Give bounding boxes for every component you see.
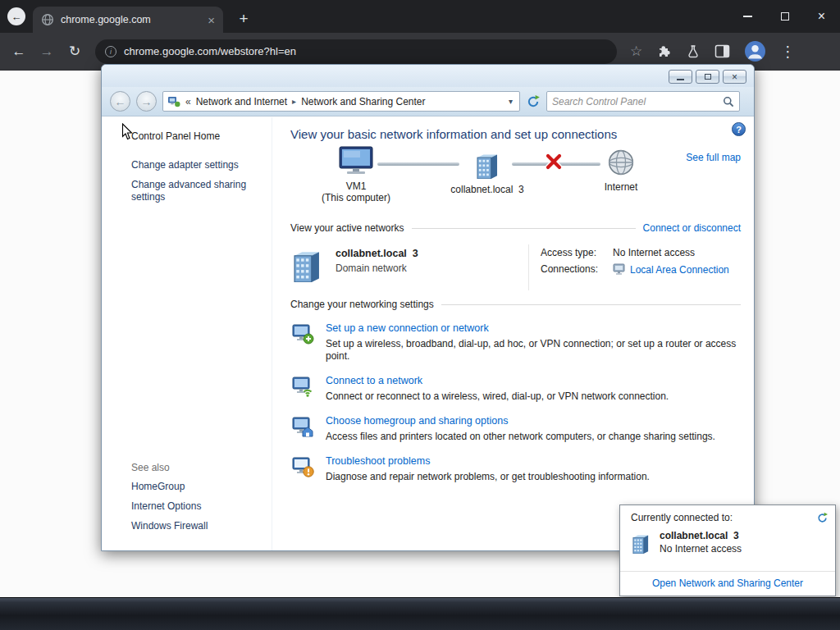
homegroup-options-link[interactable]: Choose homegroup and sharing options: [326, 415, 740, 427]
access-type-value: No Internet access: [613, 247, 741, 258]
maximize-icon: [781, 12, 789, 21]
window-minimize-button[interactable]: [669, 70, 692, 84]
breadcrumb-network-and-internet[interactable]: Network and Internet: [196, 96, 287, 107]
sidebar-item-change-advanced-sharing[interactable]: Change advanced sharing settings: [131, 179, 256, 203]
help-button[interactable]: ?: [732, 122, 746, 136]
breadcrumb-chevrons-icon: «: [185, 96, 191, 107]
window-close-button[interactable]: ×: [723, 70, 746, 84]
bookmark-star-icon[interactable]: ☆: [630, 43, 642, 60]
no-connection-x-icon: [545, 153, 563, 171]
setting-item-connect: Connect to a network Connect or reconnec…: [290, 375, 741, 403]
taskbar: e: [0, 597, 840, 630]
map-network-name[interactable]: collabnet.local 3: [430, 184, 545, 195]
nav-forward-button[interactable]: →: [136, 91, 157, 112]
new-tab-button[interactable]: +: [233, 8, 254, 30]
sidebar-item-change-adapter-settings[interactable]: Change adapter settings: [131, 159, 256, 171]
labs-flask-icon[interactable]: [686, 44, 701, 59]
page-title: View your basic network information and …: [290, 127, 741, 142]
domain-building-icon: [290, 244, 323, 282]
browser-minimize-button[interactable]: [729, 0, 766, 33]
troubleshoot-icon: [292, 455, 314, 477]
maximize-icon: [705, 74, 711, 80]
active-network-type: Domain network: [336, 262, 418, 274]
search-input[interactable]: [552, 96, 718, 107]
window-caption: ×: [102, 65, 754, 87]
network-building-icon: [474, 148, 500, 179]
see-also-label: See also: [131, 462, 256, 473]
profile-avatar[interactable]: [744, 40, 766, 62]
setting-item-troubleshoot: Troubleshoot problems Diagnose and repai…: [290, 455, 741, 483]
homegroup-options-desc: Access files and printers located on oth…: [326, 431, 740, 443]
tab-close-icon[interactable]: ×: [208, 14, 215, 26]
browser-reload-button[interactable]: ↻: [61, 38, 89, 66]
map-internet-label[interactable]: Internet: [588, 181, 654, 193]
extensions-puzzle-icon[interactable]: [656, 43, 672, 59]
computer-icon: [337, 145, 375, 176]
access-type-label: Access type:: [541, 247, 613, 258]
network-center-main: ? View your basic network information an…: [272, 117, 754, 550]
divider: [412, 228, 636, 229]
sidebar-item-control-panel-home[interactable]: Control Panel Home: [131, 130, 263, 142]
flyout-network-status: No Internet access: [660, 543, 742, 555]
browser-titlebar: ← chrome.google.com × + ×: [0, 0, 840, 33]
troubleshoot-problems-link[interactable]: Troubleshoot problems: [326, 455, 740, 467]
setting-item-new-connection: Set up a new connection or network Set u…: [290, 322, 741, 363]
flyout-building-icon: [631, 531, 651, 554]
nav-back-button[interactable]: ←: [110, 91, 130, 112]
browser-tab[interactable]: chrome.google.com ×: [33, 7, 223, 33]
sidebar-item-internet-options[interactable]: Internet Options: [131, 500, 256, 513]
lan-adapter-icon: [613, 263, 626, 276]
browser-back-button[interactable]: ←: [5, 38, 33, 66]
setup-new-connection-desc: Set up a wireless, broadband, dial-up, a…: [326, 338, 740, 363]
control-panel-sidebar: Control Panel Home Change adapter settin…: [102, 117, 272, 550]
local-area-connection-link[interactable]: Local Area Connection: [630, 264, 729, 276]
search-magnifier-icon[interactable]: [723, 96, 734, 107]
troubleshoot-problems-desc: Diagnose and repair network problems, or…: [326, 471, 740, 483]
currently-connected-label: Currently connected to:: [631, 512, 733, 523]
address-breadcrumb-bar[interactable]: « Network and Internet ▸ Network and Sha…: [162, 91, 520, 112]
browser-menu-icon[interactable]: ⋮: [780, 43, 795, 61]
tab-favicon-globe-icon: [41, 13, 54, 26]
setup-new-connection-link[interactable]: Set up a new connection or network: [326, 322, 740, 334]
network-sharing-center-window: × ← → « Network and Internet ▸ Network a…: [101, 64, 755, 551]
active-network-name: collabnet.local 3: [336, 248, 418, 259]
flyout-refresh-icon[interactable]: [816, 512, 829, 524]
window-maximize-button[interactable]: [696, 70, 719, 84]
map-computer-name[interactable]: VM1: [346, 180, 367, 192]
active-network-row: collabnet.local 3 Domain network Access …: [290, 244, 741, 290]
flyout-network-name: collabnet.local 3: [660, 530, 742, 541]
tab-title: chrome.google.com: [61, 14, 201, 25]
minimize-icon: [743, 16, 752, 17]
open-network-sharing-center-link[interactable]: Open Network and Sharing Center: [652, 578, 803, 589]
sidebar-item-windows-firewall[interactable]: Windows Firewall: [131, 520, 256, 532]
flyout-network-item[interactable]: collabnet.local 3 No Internet access: [620, 524, 835, 555]
browser-forward-button[interactable]: →: [33, 38, 61, 66]
address-dropdown-icon[interactable]: ▾: [506, 97, 515, 106]
network-flyout: Currently connected to: collabnet: [619, 504, 836, 596]
browser-maximize-button[interactable]: [766, 0, 803, 33]
see-full-map-link[interactable]: See full map: [686, 152, 741, 163]
address-omnibox[interactable]: i chrome.google.com/webstore?hl=en: [95, 39, 617, 64]
connect-to-network-link[interactable]: Connect to a network: [326, 375, 740, 386]
homegroup-icon: [292, 415, 314, 437]
browser-close-button[interactable]: ×: [803, 0, 840, 33]
map-computer-sub: (This computer): [322, 192, 390, 203]
sidebar-item-homegroup[interactable]: HomeGroup: [131, 481, 256, 493]
breadcrumb-network-sharing-center[interactable]: Network and Sharing Center: [301, 96, 425, 107]
side-panel-icon[interactable]: [714, 44, 730, 58]
network-map: VM1 (This computer): [290, 145, 741, 214]
connections-label: Connections:: [541, 263, 613, 276]
site-info-icon[interactable]: i: [105, 46, 116, 57]
back-circle-icon[interactable]: ←: [7, 7, 25, 25]
internet-globe-icon: [607, 148, 635, 176]
network-center-icon: [167, 95, 180, 107]
networking-settings-header: Change your networking settings: [290, 299, 434, 310]
refresh-button[interactable]: [526, 94, 541, 109]
connect-to-network-desc: Connect or reconnect to a wireless, wire…: [326, 390, 740, 403]
breadcrumb-separator-icon: ▸: [292, 97, 296, 106]
connect-or-disconnect-link[interactable]: Connect or disconnect: [643, 222, 741, 234]
search-box[interactable]: [546, 91, 740, 112]
url-text: chrome.google.com/webstore?hl=en: [124, 45, 296, 57]
desktop: ← chrome.google.com × + × ← → ↻ i chrome…: [0, 0, 840, 630]
divider: [441, 304, 741, 305]
